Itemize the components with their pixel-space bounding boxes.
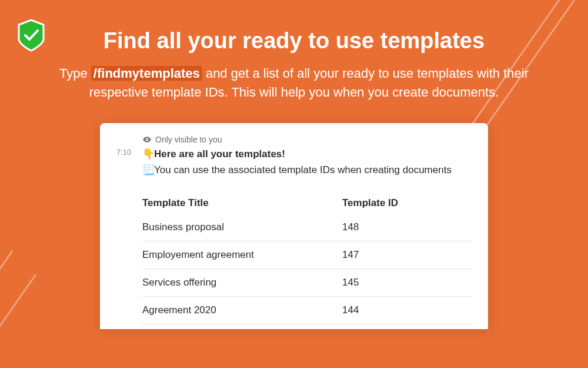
decorative-line: [0, 274, 36, 368]
cell-template-title: Agreement 2020: [142, 304, 342, 316]
cell-template-title: Employement agreement: [142, 249, 342, 261]
subtitle-pre: Type: [59, 66, 91, 81]
visibility-text: Only visible to you: [155, 135, 222, 144]
cell-template-id: 145: [342, 277, 472, 289]
header-template-title: Template Title: [142, 197, 342, 209]
cell-template-id: 144: [342, 304, 472, 316]
cell-template-id: 148: [342, 221, 472, 233]
templates-table: Template Title Template ID Business prop…: [142, 190, 472, 324]
message-line-2-text: You can use the associated template IDs …: [154, 164, 452, 175]
message-line-1-text: Here are all your templates!: [154, 148, 285, 160]
page-subtitle: Type /findmytemplates and get a list of …: [35, 64, 553, 102]
page-icon: 📃: [142, 163, 154, 178]
table-header-row: Template Title Template ID: [142, 190, 472, 214]
cell-template-id: 147: [342, 249, 472, 261]
table-row: Employement agreement 147: [142, 241, 472, 269]
visibility-notice: Only visible to you: [142, 135, 472, 144]
eye-icon: [142, 135, 152, 144]
point-down-icon: 👇: [142, 147, 154, 162]
header-template-id: Template ID: [342, 197, 472, 209]
slack-message-panel: Only visible to you 7:10 👇Here are all y…: [100, 123, 488, 329]
message-row: 7:10 👇Here are all your templates! 📃You …: [116, 147, 472, 178]
timestamp: 7:10: [116, 147, 142, 157]
table-row: Agreement 2020 144: [142, 297, 472, 324]
shield-icon: [16, 19, 46, 54]
cell-template-title: Services offering: [142, 277, 342, 289]
message-line-2: 📃You can use the associated template IDs…: [142, 163, 472, 178]
table-row: Services offering 145: [142, 269, 472, 297]
cell-template-title: Business proposal: [142, 221, 342, 233]
page-title: Find all your ready to use templates: [0, 28, 588, 54]
message-body: 👇Here are all your templates! 📃You can u…: [142, 147, 472, 178]
message-line-1: 👇Here are all your templates!: [142, 147, 472, 162]
command-highlight: /findmytemplates: [91, 66, 202, 81]
table-row: Business proposal 148: [142, 214, 472, 241]
